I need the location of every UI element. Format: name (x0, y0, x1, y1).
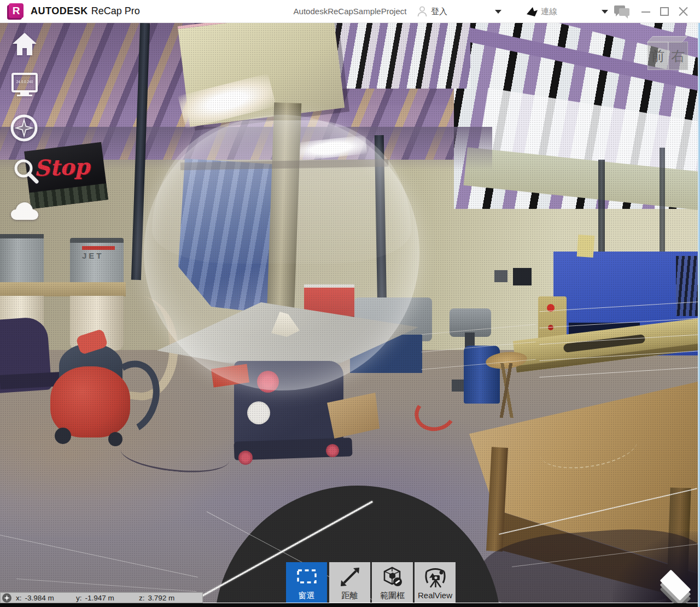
pointcloud-viewport[interactable]: Stop JET (0, 23, 700, 603)
bounding-box-icon (381, 566, 404, 590)
connect-menu[interactable]: 連線 (526, 0, 557, 23)
scene-duct-box (178, 23, 345, 127)
bounding-box-button[interactable]: 範圍框 (372, 562, 413, 603)
scene-dust-collector (0, 234, 44, 282)
distance-measure-icon (339, 566, 361, 590)
version-badge: 24.0.0.240 (14, 80, 36, 84)
window-select-button[interactable]: 窗選 (286, 562, 327, 603)
minimize-button[interactable] (637, 0, 655, 23)
coordinates-icon (2, 593, 11, 603)
scene-blue-drum (464, 346, 500, 404)
a360-icon (526, 7, 537, 16)
coord-y-label: y: (76, 594, 82, 602)
layers-icon[interactable] (658, 570, 692, 602)
scene-blue-panel (553, 252, 700, 355)
brand-text: AUTODESK (31, 5, 88, 16)
sign-in-label: 登入 (431, 7, 447, 17)
titlebar: R AUTODESKReCap Pro AutodeskReCapSampleP… (0, 0, 700, 23)
dust-collector-label: JET (82, 251, 104, 260)
user-icon (417, 6, 427, 17)
scan-location-sphere[interactable] (144, 115, 419, 390)
maximize-button[interactable] (655, 0, 674, 23)
coord-y-value: -1.947 m (85, 594, 114, 602)
window-edge-highlight (698, 23, 700, 607)
viewcube-right-face[interactable]: 右 (668, 42, 688, 70)
scene-stool (485, 350, 528, 371)
close-button[interactable] (674, 0, 692, 23)
sign-in-menu[interactable]: 登入 (417, 0, 447, 23)
coord-z-label: z: (139, 594, 145, 602)
bottom-strip (0, 603, 700, 607)
coord-z-value: 3.792 m (148, 594, 175, 602)
viewcube-front-face[interactable]: 前 (648, 42, 668, 70)
connect-label: 連線 (541, 7, 557, 17)
distance-button[interactable]: 距離 (329, 562, 370, 603)
realview-button[interactable]: RealView (415, 562, 456, 603)
connect-dropdown-caret[interactable] (602, 10, 608, 14)
realview-icon (423, 566, 447, 591)
viewcube[interactable]: 前 右 (648, 36, 690, 72)
scene-stop-banner (24, 142, 108, 209)
recap-window: R AUTODESKReCap Pro AutodeskReCapSampleP… (0, 0, 700, 607)
scene-lathe (538, 296, 567, 362)
product-text: ReCap Pro (91, 5, 140, 16)
scene-tarp-pile (0, 317, 52, 394)
scene-shop-vacuum (59, 343, 122, 388)
coord-x-value: -3.984 m (25, 594, 54, 602)
recap-logo-icon: R (7, 3, 24, 20)
feedback-chat-icon[interactable] (614, 5, 631, 19)
project-title: AutodeskReCapSampleProject (273, 7, 427, 16)
scene-workbench (469, 351, 700, 581)
coord-x-label: x: (16, 594, 22, 602)
coordinate-statusbar: x:-3.984 m y:-1.947 m z:3.792 m (0, 592, 203, 603)
scene-wood-crate (327, 393, 380, 439)
scene-grinder (450, 308, 491, 337)
app-title: AUTODESKReCap Pro (31, 5, 140, 17)
sign-in-dropdown-caret[interactable] (495, 10, 501, 14)
window-select-icon (295, 566, 318, 590)
banner-text: Stop (33, 153, 90, 181)
